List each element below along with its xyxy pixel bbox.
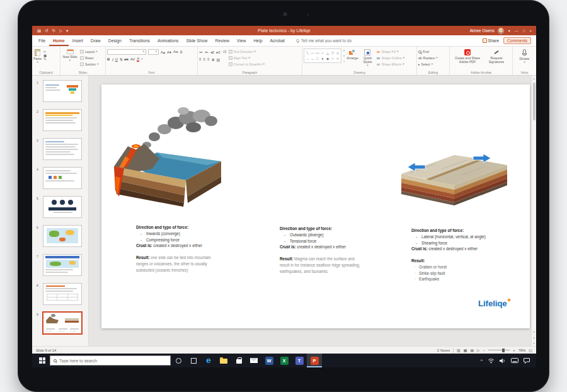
strikethrough-button[interactable]: ab: [124, 57, 129, 61]
next-slide-icon[interactable]: ▾: [532, 340, 536, 346]
shapes-gallery-scroll[interactable]: ▴ ▾ ≡: [343, 49, 345, 63]
convert-smartart-button[interactable]: Convert to SmartArt▾: [229, 61, 265, 67]
clear-formatting-button[interactable]: A̲: [180, 50, 182, 54]
change-case-button[interactable]: Aa: [173, 50, 178, 54]
tab-acrobat[interactable]: Acrobat: [266, 35, 288, 46]
font-name-combobox[interactable]: ▾: [107, 49, 146, 55]
taskbar-search-box[interactable]: [50, 355, 171, 366]
new-slide-button[interactable]: New Slide ▾: [62, 49, 78, 62]
wifi-icon[interactable]: [488, 358, 495, 364]
tray-overflow-chevron-icon[interactable]: ^: [481, 359, 483, 363]
slide-thumbnail-7[interactable]: [43, 254, 82, 276]
underline-button[interactable]: U: [115, 57, 118, 61]
align-right-button[interactable]: ≡: [207, 57, 210, 61]
taskbar-search-input[interactable]: [59, 359, 154, 363]
file-explorer-button[interactable]: [216, 354, 231, 367]
italic-button[interactable]: I: [112, 57, 113, 62]
shapes-scroll-up-icon[interactable]: ▴: [343, 49, 345, 52]
zoom-in-icon[interactable]: +: [513, 349, 515, 352]
scrollbar-thumb[interactable]: [533, 83, 536, 120]
justify-button[interactable]: ≣: [212, 57, 215, 62]
cortana-button[interactable]: [171, 354, 186, 367]
redo-icon[interactable]: ↻: [52, 28, 55, 33]
user-name[interactable]: Aimee Owens: [470, 28, 495, 33]
subduction-volcano-image[interactable]: [113, 102, 223, 209]
zoom-out-icon[interactable]: −: [483, 349, 486, 352]
find-button[interactable]: Find: [418, 49, 438, 55]
columns-button[interactable]: ▥: [217, 57, 220, 62]
canvas-scrollbar[interactable]: ▴ ▾ ▴ ▾: [531, 76, 536, 346]
previous-slide-icon[interactable]: ▴: [532, 335, 536, 340]
task-view-button[interactable]: [186, 354, 201, 367]
bullets-button[interactable]: ≔: [199, 50, 203, 54]
section-button[interactable]: Section▾: [80, 61, 98, 67]
text-column-diverge[interactable]: Direction and type of force: -Outwards (…: [280, 226, 363, 274]
reset-button[interactable]: Reset: [80, 55, 98, 61]
slideshow-view-icon[interactable]: ▷: [477, 348, 480, 352]
slide-thumbnail-6[interactable]: [43, 225, 82, 247]
tab-slide-show[interactable]: Slide Show: [183, 35, 212, 46]
current-slide[interactable]: Direction and type of force: -Inwards (c…: [101, 84, 530, 328]
shrink-font-button[interactable]: A▾: [167, 50, 171, 54]
tab-design[interactable]: Design: [105, 35, 125, 46]
text-column-lateral[interactable]: Direction and type of force: -Lateral (h…: [411, 228, 505, 282]
scroll-up-icon[interactable]: ▴: [532, 76, 536, 81]
tab-file[interactable]: File: [35, 35, 49, 46]
mail-button[interactable]: [246, 354, 261, 367]
grow-font-button[interactable]: A▴: [161, 50, 165, 54]
text-direction-button[interactable]: Text Direction▾: [229, 49, 265, 55]
text-shadow-button[interactable]: S: [120, 57, 122, 61]
save-icon[interactable]: ▤: [37, 28, 41, 33]
shapes-gallery[interactable]: ╲—▭○△▽◇ →↔□●◆☆∿: [304, 49, 341, 63]
touch-keyboard-icon[interactable]: [511, 358, 518, 363]
paste-button[interactable]: Paste ▾: [33, 49, 42, 64]
minimize-icon[interactable]: —: [515, 29, 518, 33]
select-button[interactable]: ▸Select▾: [418, 61, 438, 67]
format-painter-icon[interactable]: ✎: [43, 57, 47, 61]
slide-thumbnail-4[interactable]: [43, 167, 82, 189]
character-spacing-button[interactable]: AV: [130, 57, 135, 61]
align-left-button[interactable]: ≡: [199, 57, 202, 61]
notes-button[interactable]: ≡ Notes: [437, 349, 450, 352]
decrease-indent-button[interactable]: ◂≡: [210, 50, 215, 54]
word-button[interactable]: W: [261, 354, 277, 367]
restore-icon[interactable]: □: [523, 29, 525, 33]
fit-slide-to-window-icon[interactable]: ◱: [529, 348, 532, 352]
tab-home[interactable]: Home: [49, 35, 69, 46]
slide-thumbnail-3[interactable]: [43, 138, 82, 160]
action-center-icon[interactable]: [524, 358, 530, 364]
tab-animations[interactable]: Animations: [154, 35, 183, 46]
tell-me-box[interactable]: [296, 35, 369, 46]
font-size-combobox[interactable]: ▾: [148, 49, 159, 55]
replace-button[interactable]: abReplace▾: [418, 55, 438, 61]
dictate-button[interactable]: Dictate ▾: [520, 49, 530, 64]
undo-icon[interactable]: ↺: [45, 28, 48, 33]
ribbon-options-icon[interactable]: ▾: [508, 28, 510, 33]
tab-draw[interactable]: Draw: [87, 35, 105, 46]
store-button[interactable]: [231, 354, 246, 367]
tab-review[interactable]: Review: [212, 35, 233, 46]
zoom-slider-thumb[interactable]: [502, 349, 505, 352]
zoom-percent[interactable]: 78%: [518, 349, 526, 352]
teams-button[interactable]: T: [292, 354, 307, 367]
slide-thumbnail-9-selected[interactable]: [43, 312, 82, 334]
customize-qat-icon[interactable]: ▾: [66, 28, 68, 33]
powerpoint-button-active[interactable]: P: [307, 354, 322, 367]
shape-fill-button[interactable]: Shape Fill▾: [377, 49, 404, 55]
slide-thumbnail-1[interactable]: [43, 80, 82, 102]
align-text-button[interactable]: Align Text▾: [229, 55, 265, 61]
shapes-scroll-down-icon[interactable]: ▾: [343, 54, 345, 57]
shape-effects-button[interactable]: Shape Effects▾: [377, 61, 404, 67]
start-button[interactable]: [35, 354, 50, 367]
comments-button[interactable]: Comments: [503, 37, 531, 44]
line-spacing-button[interactable]: ↕≡: [222, 50, 227, 54]
slide-sorter-view-icon[interactable]: ▦: [464, 348, 467, 352]
layout-button[interactable]: Layout▾: [80, 49, 98, 55]
fault-block-image[interactable]: [398, 147, 511, 218]
close-icon[interactable]: ×: [529, 29, 532, 33]
tab-insert[interactable]: Insert: [69, 35, 87, 46]
increase-indent-button[interactable]: ▸≡: [217, 50, 221, 54]
tab-help[interactable]: Help: [249, 35, 266, 46]
slide-thumbnail-5[interactable]: [43, 196, 82, 218]
request-signatures-button[interactable]: Request Signatures: [484, 49, 509, 64]
